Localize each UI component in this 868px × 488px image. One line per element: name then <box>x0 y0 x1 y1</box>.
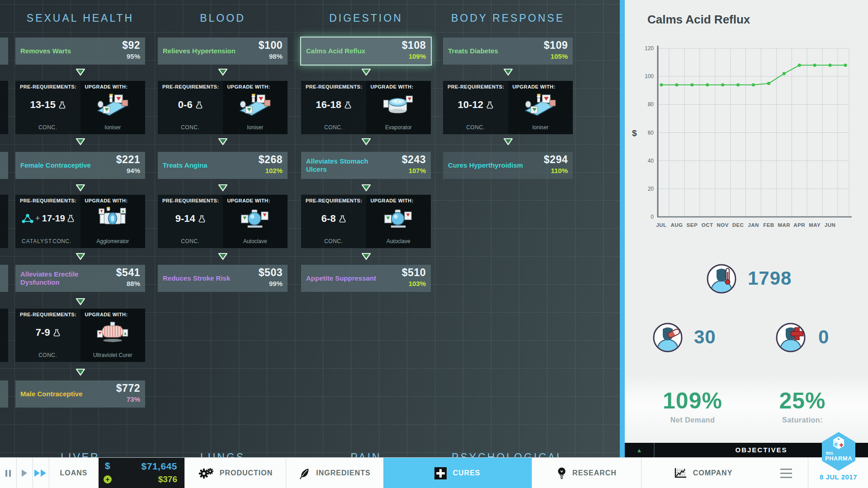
svg-text:40: 40 <box>648 158 654 164</box>
cured-count: 0 <box>818 322 829 353</box>
cure-price: $772 <box>116 382 140 394</box>
hamburger-icon <box>780 469 792 478</box>
category-header-digestion: DIGESTION <box>301 11 431 25</box>
offscreen-req-sliver <box>0 195 8 248</box>
flask-icon <box>53 329 60 337</box>
category-header-lungs: LUNGS <box>158 450 288 457</box>
svg-text:SEP: SEP <box>687 222 698 228</box>
cure-card[interactable]: Alleviates Erectile Dysfunction $541 88% <box>15 265 145 292</box>
flask-icon <box>486 101 493 109</box>
cure-card-selected[interactable]: Calms Acid Reflux $108 109% <box>301 38 431 65</box>
category-header-liver: LIVER <box>15 450 145 457</box>
concentration-range: 17-19 <box>42 213 65 224</box>
pre-requirements-label: PRE-REQUIREMENTS: <box>448 84 504 89</box>
requirements-box: PRE-REQUIREMENTS: 9-14 CONC. UPGRADE WIT… <box>158 195 288 248</box>
arrow-down-icon <box>503 137 513 145</box>
cure-demand-percent: 95% <box>127 52 140 60</box>
cure-card[interactable]: Treats Diabetes $109 105% <box>443 38 573 65</box>
cure-name: Appetite Suppressant <box>306 274 376 282</box>
cure-card[interactable]: Cures Hyperthyroidism $294 110% <box>443 152 573 179</box>
objectives-expand-toggle[interactable]: ▲ <box>625 443 655 457</box>
cure-demand-percent: 109% <box>409 52 426 60</box>
bottom-toolbar: LOANS $ $71,645 + $376 PRODUCTION <box>0 457 868 488</box>
pre-requirements-label: PRE-REQUIREMENTS: <box>306 84 362 89</box>
svg-text:0: 0 <box>651 214 654 220</box>
category-header-sexual-health: SEXUAL HEALTH <box>15 11 145 25</box>
tab-cures[interactable]: CURES <box>383 458 532 488</box>
cure-card[interactable]: Appetite Suppressant $510 103% <box>301 265 431 292</box>
cure-card[interactable]: Removes Warts $92 95% <box>15 38 145 65</box>
cure-name: Male Contraceptive <box>20 390 83 398</box>
conc-label: CONC. <box>158 238 223 244</box>
cure-card[interactable]: Relieves Hypertension $100 98% <box>158 38 288 65</box>
svg-text:120: 120 <box>645 45 654 52</box>
offscreen-req-sliver <box>0 81 8 134</box>
cure-demand-percent: 73% <box>127 395 140 403</box>
logo-cube-icon <box>832 436 845 450</box>
upgrade-with-label: UPGRADE WITH: <box>227 198 270 203</box>
fast-forward-icon <box>34 469 40 477</box>
concentration-range: 16-18 <box>316 99 341 111</box>
arrow-down-icon <box>75 368 85 376</box>
cure-name: Removes Warts <box>20 47 71 55</box>
cure-name: Alleviates Stomach Ulcers <box>306 157 387 174</box>
play-button[interactable] <box>16 458 33 488</box>
loans-button[interactable]: LOANS <box>49 458 99 488</box>
ioniser-machine-icon <box>238 92 272 118</box>
requirements-box: PRE-REQUIREMENTS: 16-18 CONC. UPGRADE WI… <box>301 81 431 134</box>
cure-price: $510 <box>402 267 426 279</box>
cure-card[interactable]: Treats Angina $268 102% <box>158 152 288 179</box>
cure-name: Cures Hyperthyroidism <box>448 161 523 169</box>
cures-board: SEXUAL HEALTH BLOOD DIGESTION BODY RESPO… <box>0 0 625 457</box>
machine-name: Ultraviolet Curer <box>80 352 146 358</box>
big-pharma-cures-screen: SEXUAL HEALTH BLOOD DIGESTION BODY RESPO… <box>0 0 868 488</box>
machine-name: Ioniser <box>80 124 146 131</box>
cure-price: $109 <box>544 39 568 52</box>
upgrade-with-label: UPGRADE WITH: <box>371 84 414 89</box>
logo-text-pharma: PHARMA <box>825 455 852 462</box>
cure-card[interactable]: Reduces Stroke Risk $503 99% <box>158 265 288 292</box>
machine-name: Evaporator <box>366 124 431 131</box>
agglomerator-machine-icon <box>95 206 130 232</box>
pause-button[interactable] <box>0 458 17 488</box>
offscreen-card-sliver <box>0 152 8 179</box>
cure-price: $243 <box>402 154 426 166</box>
conc-label: CONC. <box>301 238 366 244</box>
arrow-down-icon <box>361 137 371 145</box>
tab-company[interactable]: COMPANY <box>641 458 764 488</box>
cure-card[interactable]: Female Contraceptive $221 94% <box>15 152 145 179</box>
board-edge-scrollbar[interactable] <box>620 0 625 457</box>
plus-separator: + <box>36 214 40 222</box>
tab-research[interactable]: RESEARCH <box>532 458 642 488</box>
upgrade-with-label: UPGRADE WITH: <box>371 198 414 203</box>
concentration-range: 10-12 <box>458 99 483 111</box>
requirements-box: PRE-REQUIREMENTS: + 17-19 CATALYST CONC.… <box>15 195 145 248</box>
arrow-down-icon <box>75 137 85 145</box>
cure-card[interactable]: Alleviates Stomach Ulcers $243 107% <box>301 152 431 179</box>
income-value: $376 <box>158 474 177 484</box>
requirements-box: PRE-REQUIREMENTS: 0-6 CONC. UPGRADE WITH… <box>158 81 288 134</box>
fast-forward-button[interactable] <box>33 458 49 488</box>
conc-label: CONC. <box>301 124 366 131</box>
pre-requirements-label: PRE-REQUIREMENTS: <box>162 84 219 89</box>
requirements-box: PRE-REQUIREMENTS: 6-8 CONC. UPGRADE WITH… <box>301 195 431 248</box>
cure-demand-percent: 99% <box>269 280 283 287</box>
arrow-down-icon <box>361 183 371 192</box>
menu-button[interactable] <box>764 458 808 488</box>
cure-card[interactable]: Male Contraceptive $772 73% <box>15 380 145 408</box>
pre-requirements-label: PRE-REQUIREMENTS: <box>20 84 76 89</box>
offscreen-card-sliver <box>0 380 8 408</box>
saturation-stat: 25% Saturation: <box>753 389 852 424</box>
offscreen-req-sliver <box>0 309 8 362</box>
pre-requirements-label: PRE-REQUIREMENTS: <box>20 198 76 203</box>
cure-price: $108 <box>402 39 426 52</box>
tab-production[interactable]: PRODUCTION <box>184 458 286 488</box>
tab-ingredients[interactable]: INGREDIENTS <box>286 458 384 488</box>
svg-text:20: 20 <box>648 186 654 192</box>
tab-cures-label: CURES <box>453 469 480 477</box>
concentration-range: 0-6 <box>178 99 193 111</box>
pause-icon <box>9 470 11 477</box>
flask-icon <box>59 101 66 109</box>
catalyst-label: CATALYST <box>22 238 52 244</box>
cure-price: $541 <box>116 267 140 279</box>
